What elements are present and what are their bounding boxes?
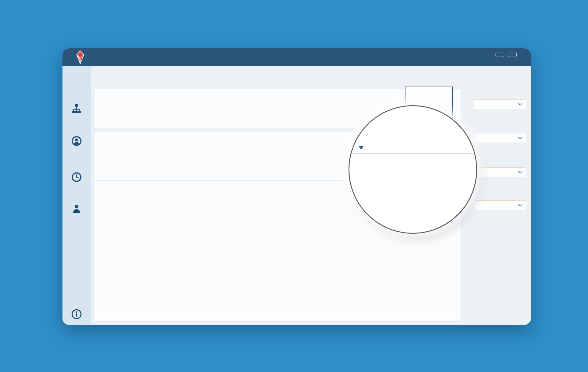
filter-dropdown-projectleider[interactable]	[473, 167, 526, 177]
sidebar-item-relaties[interactable]	[62, 136, 91, 148]
summary-block	[94, 141, 318, 144]
magnifier-lens	[349, 105, 477, 234]
date-start-box[interactable]	[496, 53, 504, 57]
chevron-down-icon	[518, 103, 523, 106]
sidebar-item-uren[interactable]	[62, 172, 91, 184]
sidebar-item-hrm[interactable]	[62, 204, 91, 216]
filter-dropdown-categorie[interactable]	[473, 133, 526, 143]
chevron-down-icon	[518, 136, 523, 140]
chevron-down-icon	[518, 204, 523, 207]
tab-bar	[92, 66, 502, 87]
date-range	[496, 53, 517, 57]
chevron-down-icon	[518, 171, 523, 174]
info-icon[interactable]	[71, 309, 82, 321]
person-icon	[71, 204, 82, 214]
filter-dropdown-status[interactable]	[473, 200, 526, 210]
sidebar-item-projecten[interactable]	[62, 104, 91, 116]
clock-icon	[71, 172, 82, 182]
magnified-header-divider	[349, 153, 476, 154]
table-total-row	[94, 313, 461, 321]
top-bar	[62, 48, 531, 66]
app-logo-icon[interactable]	[74, 50, 87, 65]
sidebar	[62, 66, 91, 325]
filter-dropdown-project[interactable]	[473, 99, 526, 109]
org-chart-icon	[71, 104, 82, 114]
app-window	[62, 48, 531, 325]
sort-descending-icon	[359, 146, 364, 150]
date-end-box[interactable]	[508, 53, 517, 57]
person-circle-icon	[71, 136, 82, 146]
